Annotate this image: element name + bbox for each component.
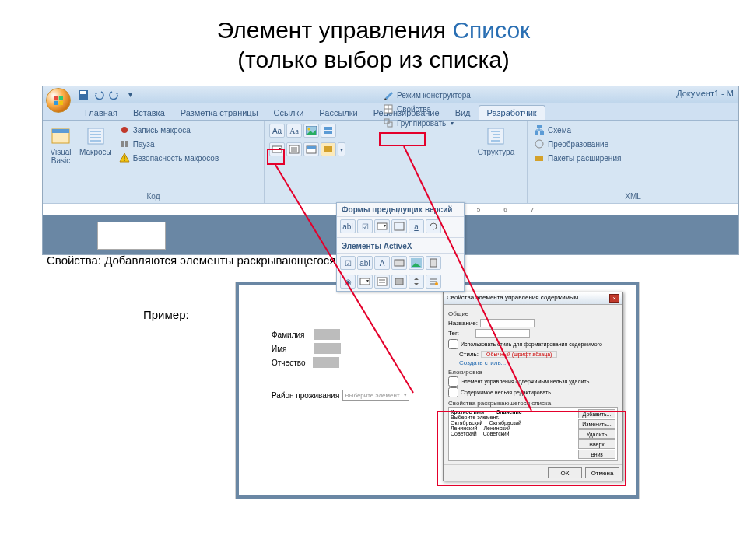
dropdown-list-control-button[interactable]	[286, 142, 302, 156]
combobox-control-button[interactable]	[269, 142, 285, 156]
new-style-button[interactable]: Создать стиль...	[459, 359, 618, 366]
edit-item-button[interactable]: Изменить...	[578, 419, 615, 429]
tab-references[interactable]: Ссылки	[266, 106, 312, 120]
svg-point-42	[535, 140, 543, 148]
lock-delete-check[interactable]: Элемент управления содержимым нельзя уда…	[448, 376, 618, 387]
ax-more[interactable]	[426, 275, 441, 289]
ax-checkbox[interactable]: ☑	[340, 256, 356, 270]
legacy-dropdown[interactable]	[374, 219, 390, 233]
visual-basic-button[interactable]: Visual Basic	[47, 124, 74, 189]
record-macro-button[interactable]: Запись макроса	[117, 124, 221, 136]
add-item-button[interactable]: Добавить...	[578, 409, 615, 418]
properties-button[interactable]: Свойства	[381, 103, 472, 115]
field-name: Имя	[272, 343, 341, 354]
ax-textbox[interactable]: abl	[357, 256, 373, 270]
structure-button[interactable]: Структура	[475, 124, 517, 189]
name-input[interactable]	[314, 343, 341, 354]
design-mode-icon	[383, 89, 394, 100]
ax-image[interactable]	[409, 256, 424, 270]
section-lock: Блокировка	[448, 369, 618, 376]
ax-spin[interactable]	[409, 275, 424, 289]
macros-button[interactable]: Макросы	[77, 124, 114, 189]
list-item[interactable]: ЛенинскийЛенинский	[451, 425, 575, 431]
pause-icon	[119, 138, 130, 149]
tab-mailings[interactable]: Рассылки	[311, 106, 365, 120]
list-item[interactable]: СоветскийСоветский	[451, 431, 575, 436]
dp-title-forms: Формы предыдущих версий	[337, 203, 464, 217]
lock-edit-check[interactable]: Содержимое нельзя редактировать	[448, 387, 618, 397]
group-label-controls	[265, 191, 465, 203]
ax-label[interactable]: A	[374, 256, 390, 270]
delete-item-button[interactable]: Удалить	[578, 429, 615, 439]
ax-scrollbar[interactable]	[426, 256, 441, 270]
redo-icon[interactable]	[108, 89, 121, 101]
legacy-checkbox[interactable]: ☑	[357, 219, 373, 233]
qat-more-icon[interactable]: ▾	[124, 89, 136, 101]
ax-button[interactable]	[391, 256, 407, 270]
close-icon[interactable]: ×	[609, 294, 619, 303]
macro-security-button[interactable]: !Безопасность макросов	[117, 152, 221, 164]
field-district: Район проживания Выберите элемент▾	[272, 390, 409, 401]
svg-point-13	[121, 127, 128, 133]
plaintext-control-button[interactable]: Aa	[286, 124, 302, 138]
tab-layout[interactable]: Разметка страницы	[173, 106, 266, 120]
svg-rect-20	[328, 127, 332, 130]
svg-rect-1	[59, 96, 63, 100]
tab-insert[interactable]: Вставка	[125, 106, 173, 120]
style-select-row: Стиль:Обычный (шрифт абзаца)	[459, 351, 618, 358]
svg-rect-39	[537, 125, 542, 128]
datepicker-control-button[interactable]	[303, 142, 319, 156]
cancel-button[interactable]: Отмена	[585, 467, 619, 478]
ax-option[interactable]: ◉	[340, 275, 356, 289]
legacy-tools-button[interactable]	[321, 142, 336, 156]
quick-access-toolbar: ▾	[77, 89, 136, 101]
slide-title: Элемент управления Список (только выбор …	[0, 0, 747, 85]
group-structure: Структура	[465, 121, 528, 203]
list-item[interactable]: ОктябрьскийОктябрьский	[451, 420, 575, 425]
legacy-text-field[interactable]: abl	[340, 219, 356, 233]
legacy-tools-dropdown[interactable]: ▾	[338, 142, 345, 156]
legacy-reset[interactable]	[426, 219, 441, 233]
title-input[interactable]	[480, 319, 535, 327]
ax-list[interactable]	[374, 275, 390, 289]
tab-home[interactable]: Главная	[77, 106, 125, 120]
ok-button[interactable]: ОК	[548, 467, 582, 478]
office-button[interactable]	[46, 88, 71, 113]
group-icon	[383, 117, 394, 128]
svg-rect-32	[384, 119, 389, 124]
legacy-shading[interactable]: a	[409, 219, 424, 233]
svg-rect-44	[377, 223, 387, 229]
picture-control-button[interactable]	[303, 124, 319, 138]
richtext-control-button[interactable]: Aa	[269, 124, 285, 138]
example-label: Пример:	[143, 308, 189, 321]
pause-macro-button[interactable]: Пауза	[117, 138, 221, 150]
expansion-packs-button[interactable]: Пакеты расширения	[532, 152, 622, 164]
field-patronymic: Отчество	[272, 357, 339, 368]
svg-rect-19	[324, 127, 328, 130]
move-up-button[interactable]: Вверх	[578, 439, 615, 449]
group-button[interactable]: Группировать▾	[381, 117, 472, 129]
transform-button[interactable]: Преобразование	[532, 138, 622, 150]
group-label-xml: XML	[528, 191, 738, 203]
tag-input[interactable]	[475, 329, 530, 338]
svg-rect-48	[430, 259, 437, 267]
buildingblock-control-button[interactable]	[321, 124, 336, 138]
properties-description: Свойства: Добавляются элементы раскрываю…	[47, 254, 375, 267]
use-style-check[interactable]: Использовать стиль для форматирования со…	[448, 339, 618, 349]
undo-icon[interactable]	[93, 89, 105, 101]
surname-input[interactable]	[314, 329, 340, 340]
design-mode-button[interactable]: Режим конструктора	[381, 89, 472, 101]
tab-developer[interactable]: Разработчик	[479, 105, 545, 120]
district-dropdown[interactable]: Выберите элемент▾	[342, 390, 409, 401]
ax-combo[interactable]	[357, 275, 373, 289]
ax-toggle[interactable]	[391, 275, 407, 289]
patronymic-input[interactable]	[313, 357, 339, 368]
legacy-frame[interactable]	[391, 219, 407, 233]
move-down-button[interactable]: Вниз	[578, 450, 615, 459]
save-icon[interactable]	[77, 89, 89, 101]
svg-rect-43	[535, 156, 543, 161]
visual-basic-icon	[50, 125, 72, 147]
schema-button[interactable]: Схема	[532, 124, 622, 136]
list-item[interactable]: Выберите элемент.	[451, 415, 575, 420]
style-select[interactable]: Обычный (шрифт абзаца)	[481, 351, 557, 358]
